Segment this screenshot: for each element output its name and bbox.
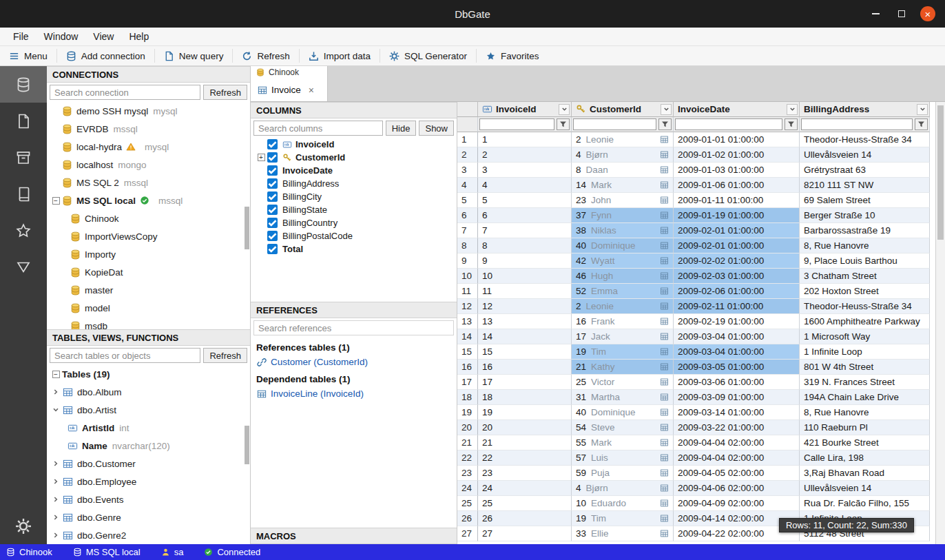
cell-invoiceid[interactable]: 20 [478,420,572,435]
open-reference-icon[interactable] [660,150,669,159]
tree-item-dbo-genre[interactable]: dbo.Genre [47,508,250,526]
open-reference-icon[interactable] [660,393,669,402]
open-reference-icon[interactable] [660,377,669,386]
cell-customerid[interactable]: 37Fynn [572,208,674,223]
open-reference-icon[interactable] [660,226,669,235]
menu-view[interactable]: View [85,28,121,45]
cell-billingaddress[interactable]: 110 Raeburn Pl [800,420,930,435]
row-header-12[interactable]: 12 [457,299,478,314]
cell-invoicedate[interactable]: 2009-03-22 01:00:00 [674,420,800,435]
chevron-right-icon[interactable] [52,496,63,503]
cell-customerid[interactable]: 25Victor [572,375,674,390]
column-checkbox[interactable] [267,152,278,163]
cell-customerid[interactable]: 4Bjørn [572,147,674,163]
cell-customerid[interactable]: 10Eduardo [572,496,674,511]
toolbar-refresh-button[interactable]: Refresh [233,46,298,65]
cell-invoicedate[interactable]: 2009-02-01 01:00:00 [674,238,800,253]
cell-invoicedate[interactable]: 2009-04-04 02:00:00 [674,450,800,466]
cell-invoiceid[interactable]: 7 [478,223,572,238]
cell-billingaddress[interactable]: 421 Bourke Street [800,435,930,450]
row-header-14[interactable]: 14 [457,329,478,344]
cell-invoiceid[interactable]: 3 [478,163,572,178]
cell-invoicedate[interactable]: 2009-02-19 01:00:00 [674,314,800,329]
cell-invoiceid[interactable]: 12 [478,299,572,314]
column-item-billingstate[interactable]: BillingState [251,203,457,216]
tree-item-tables-19[interactable]: −Tables (19) [47,365,250,383]
cell-invoicedate[interactable]: 2009-03-14 01:00:00 [674,405,800,420]
cell-invoiceid[interactable]: 14 [478,329,572,344]
grid-vertical-scrollbar[interactable] [935,102,945,544]
rail-favorites-button[interactable] [0,212,47,249]
connection-item-localhost[interactable]: localhostmongo [47,156,250,174]
tree-item-name[interactable]: Namenvarchar(120) [47,437,250,455]
row-header-7[interactable]: 7 [457,223,478,238]
row-header-6[interactable]: 6 [457,208,478,223]
open-reference-icon[interactable] [660,135,669,144]
filter-input-invoicedate[interactable] [675,118,782,130]
cell-billingaddress[interactable]: 9, Place Louis Barthou [800,253,930,269]
cell-invoiceid[interactable]: 13 [478,314,572,329]
maximize-button[interactable] [894,6,909,21]
cell-billingaddress[interactable]: Barbarossastraße 19 [800,223,930,238]
column-checkbox[interactable] [267,231,278,241]
filter-funnel-button[interactable] [785,118,798,130]
column-checkbox[interactable] [267,165,278,176]
column-checkbox[interactable] [267,139,278,149]
menu-window[interactable]: Window [37,28,86,45]
toolbar-menu-button[interactable]: Menu [0,46,56,65]
cell-invoicedate[interactable]: 2009-04-06 02:00:00 [674,481,800,496]
statusbar-server[interactable]: MS SQL local [73,547,141,557]
cell-customerid[interactable]: 19Tim [572,344,674,360]
tree-item-dbo-artist[interactable]: dbo.Artist [47,401,250,419]
cell-billingaddress[interactable]: 1 Microsoft Way [800,329,930,344]
cell-customerid[interactable]: 2Leonie [572,299,674,314]
connection-item-model[interactable]: model [47,299,250,317]
column-item-billingcity[interactable]: BillingCity [251,190,457,203]
search-columns-input[interactable] [253,121,383,136]
cell-invoiceid[interactable]: 17 [478,375,572,390]
cell-invoiceid[interactable]: 9 [478,253,572,269]
cell-billingaddress[interactable]: Theodor-Heuss-Straße 34 [800,299,930,314]
toolbar-sql-generator-button[interactable]: SQL Generator [380,46,476,65]
scrollbar-thumb[interactable] [245,207,249,249]
tree-item-dbo-album[interactable]: dbo.Album [47,383,250,401]
cell-customerid[interactable]: 21Kathy [572,360,674,375]
cell-invoiceid[interactable]: 2 [478,147,572,163]
cell-invoiceid[interactable]: 4 [478,178,572,193]
cell-invoiceid[interactable]: 24 [478,481,572,496]
rail-files-button[interactable] [0,103,47,139]
row-header-10[interactable]: 10 [457,269,478,284]
search-tables-input[interactable] [50,348,200,363]
tab-invoice[interactable]: Invoice × [251,79,328,101]
connection-item-evrdb[interactable]: EVRDBmssql [47,120,250,138]
open-reference-icon[interactable] [660,484,669,492]
cell-invoiceid[interactable]: 1 [478,132,572,147]
row-header-3[interactable]: 3 [457,163,478,178]
cell-invoicedate[interactable]: 2009-03-09 01:00:00 [674,390,800,405]
open-reference-icon[interactable] [660,241,669,250]
column-item-customerid[interactable]: + CustomerId [251,151,457,164]
show-column-button[interactable]: Show [419,121,454,136]
scrollbar-thumb[interactable] [245,426,249,464]
connection-item-ms-sql-local[interactable]: − MS SQL localmssql [47,191,250,209]
tables-scrollbar[interactable] [245,365,249,544]
cell-invoiceid[interactable]: 22 [478,450,572,466]
cell-billingaddress[interactable]: 69 Salem Street [800,193,930,208]
cell-invoicedate[interactable]: 2009-04-05 02:00:00 [674,466,800,481]
column-checkbox[interactable] [267,218,278,228]
open-reference-icon[interactable] [660,499,669,508]
reference-customer-link[interactable]: Customer (CustomerId) [251,355,457,369]
cell-invoiceid[interactable]: 8 [478,238,572,253]
toolbar-new-query-button[interactable]: New query [155,46,233,65]
scrollbar-thumb[interactable] [937,105,944,240]
row-header-8[interactable]: 8 [457,238,478,253]
statusbar-database[interactable]: Chinook [6,547,52,557]
cell-invoicedate[interactable]: 2009-01-02 01:00:00 [674,147,800,163]
cell-billingaddress[interactable]: 1600 Amphitheatre Parkway [800,314,930,329]
connection-item-ms-sql-2[interactable]: MS SQL 2mssql [47,174,250,191]
rail-connections-button[interactable] [0,66,47,103]
row-header-15[interactable]: 15 [457,344,478,360]
cell-invoicedate[interactable]: 2009-02-03 01:00:00 [674,269,800,284]
cell-customerid[interactable]: 31Martha [572,390,674,405]
cell-invoicedate[interactable]: 2009-01-06 01:00:00 [674,178,800,193]
